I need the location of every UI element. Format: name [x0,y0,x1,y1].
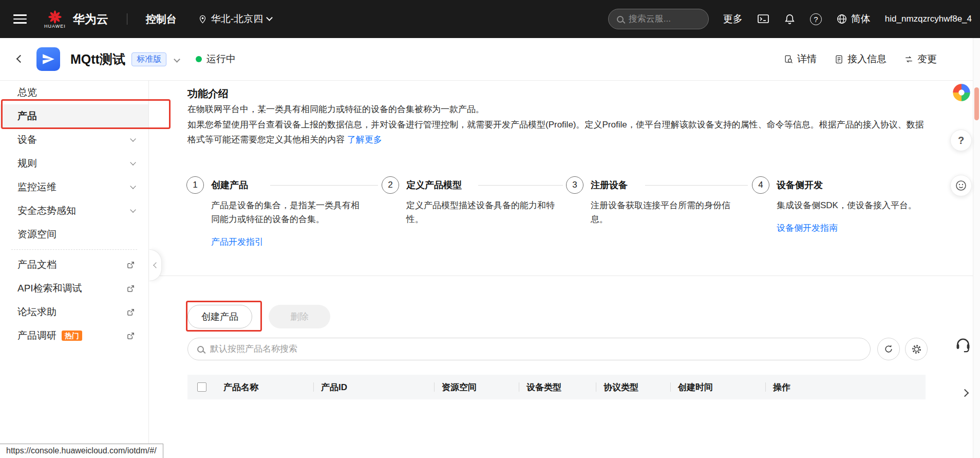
change-label: 变更 [917,52,937,66]
instance-title: MQtt测试 [70,51,125,68]
access-info-button[interactable]: 接入信息 [834,52,887,66]
huawei-wordmark: HUAWEI [44,24,66,29]
sidebar-item-monitoring[interactable]: 监控运维 [0,175,148,199]
sidebar-item-product[interactable]: 产品 [0,104,148,128]
sidebar-item-label: 设备 [17,133,37,146]
select-all-checkbox[interactable] [197,382,206,392]
feedback-smiley-fab[interactable] [950,175,972,196]
create-product-button[interactable]: 创建产品 [187,305,252,328]
help-fab[interactable]: ? [950,130,972,151]
language-label: 简体 [851,12,871,26]
assistant-icon[interactable] [951,82,972,103]
sidebar-item-label: 产品调研 [17,329,56,342]
product-search[interactable] [187,338,871,360]
step-description: 产品是设备的集合，是指某一类具有相同能力或特征的设备的合集。 [211,199,365,227]
console-link[interactable]: 控制台 [146,12,177,26]
access-info-icon [834,54,844,64]
step-define-model: 2 定义产品模型 定义产品模型描述设备具备的能力和特性。 [382,176,558,227]
search-icon [617,16,624,23]
menu-icon[interactable] [13,12,27,26]
product-search-input[interactable] [210,344,861,354]
expand-icon [961,389,969,397]
change-button[interactable]: 变更 [904,52,937,66]
more-menu[interactable]: 更多 [723,12,743,26]
topbar-divider [127,13,127,25]
status-label: 运行中 [206,52,236,66]
top-bar: HUAWEI 华为云 控制台 华北-北京四 更多 [0,0,980,38]
step-number: 1 [186,176,204,194]
product-dev-guide-link[interactable]: 产品开发指引 [211,236,263,248]
column-protocol-type[interactable]: 协议类型 [596,375,671,399]
account-name[interactable]: hid_nmzqzrcyhwf8e_4 [885,14,972,24]
page-scrollbar[interactable] [973,38,980,458]
sidebar-divider [11,249,137,250]
region-name: 华北-北京四 [211,12,263,26]
step-title: 定义产品模型 [406,179,462,191]
step-title: 注册设备 [591,179,628,191]
sidebar-link-forum[interactable]: 论坛求助 [0,300,148,324]
instance-switcher[interactable] [175,54,179,64]
section-divider [149,276,980,276]
external-link-icon [126,284,135,293]
sidebar-item-label: 规则 [17,157,37,170]
edition-badge: 标准版 [131,52,166,66]
sidebar-link-survey[interactable]: 产品调研 热门 [0,324,148,347]
back-icon [16,55,25,63]
sidebar-link-api[interactable]: API检索和调试 [0,277,148,300]
support-headset-icon[interactable] [954,335,972,353]
terminal-icon[interactable] [757,13,769,25]
header-checkbox-cell [187,375,216,399]
device-dev-guide-link[interactable]: 设备侧开发指南 [777,222,838,234]
language-selector[interactable]: 简体 [836,12,871,26]
intro-paragraph-2-text: 如果您希望使用平台查看设备上报的数据信息，并对设备进行管理控制，就需要开发产品模… [187,120,924,144]
sidebar-item-label: 安全态势感知 [17,204,76,217]
settings-button[interactable] [905,338,928,360]
chevron-down-icon [130,183,136,189]
intro-title: 功能介绍 [187,87,229,101]
external-link-icon [126,308,135,317]
chevron-down-icon [266,14,273,21]
huawei-logo[interactable]: HUAWEI [44,9,66,29]
sidebar-item-label: 总览 [17,86,37,99]
learn-more-link[interactable]: 了解更多 [347,135,382,144]
back-button[interactable] [14,51,26,67]
panel-expand-button[interactable] [958,384,972,402]
scrollbar-thumb[interactable] [974,87,979,120]
location-pin-icon [198,15,207,24]
chevron-down-icon [130,207,136,212]
delete-button[interactable]: 删除 [269,305,330,328]
sidebar-item-label: 论坛求助 [17,305,56,319]
step-description: 集成设备侧SDK，使设备接入平台。 [777,199,920,213]
global-search[interactable] [608,9,709,29]
step-device-dev: 4 设备侧开发 集成设备侧SDK，使设备接入平台。 设备侧开发指南 [752,176,920,234]
column-product-name[interactable]: 产品名称 [216,375,314,399]
sidebar-item-label: 产品文档 [17,258,56,271]
sidebar-item-overview[interactable]: 总览 [0,81,148,104]
detail-button[interactable]: 详情 [784,52,817,66]
column-device-type[interactable]: 设备类型 [519,375,596,399]
sidebar-link-docs[interactable]: 产品文档 [0,253,148,277]
column-product-id[interactable]: 产品ID [314,375,435,399]
huawei-flower-icon [46,9,64,25]
column-create-time[interactable]: 创建时间 [671,375,766,399]
brand-name[interactable]: 华为云 [73,11,108,27]
bell-icon[interactable] [784,13,796,25]
global-search-input[interactable] [629,14,690,24]
column-actions[interactable]: 操作 [766,375,926,399]
step-description: 定义产品模型描述设备具备的能力和特性。 [406,199,558,227]
sidebar-item-security[interactable]: 安全态势感知 [0,199,148,223]
access-info-label: 接入信息 [847,52,887,66]
sidebar-item-resource-space[interactable]: 资源空间 [0,223,148,246]
smiley-icon [955,179,967,192]
instance-status: 运行中 [196,52,236,66]
chevron-down-icon [130,159,136,165]
settings-icon [911,344,922,355]
region-selector[interactable]: 华北-北京四 [198,12,272,26]
sidebar-item-device[interactable]: 设备 [0,128,148,152]
help-icon[interactable]: ? [810,13,822,25]
sidebar-item-rules[interactable]: 规则 [0,152,148,175]
step-number: 4 [752,176,769,194]
column-resource-space[interactable]: 资源空间 [435,375,519,399]
collapse-icon [153,262,159,268]
refresh-button[interactable] [877,338,900,360]
